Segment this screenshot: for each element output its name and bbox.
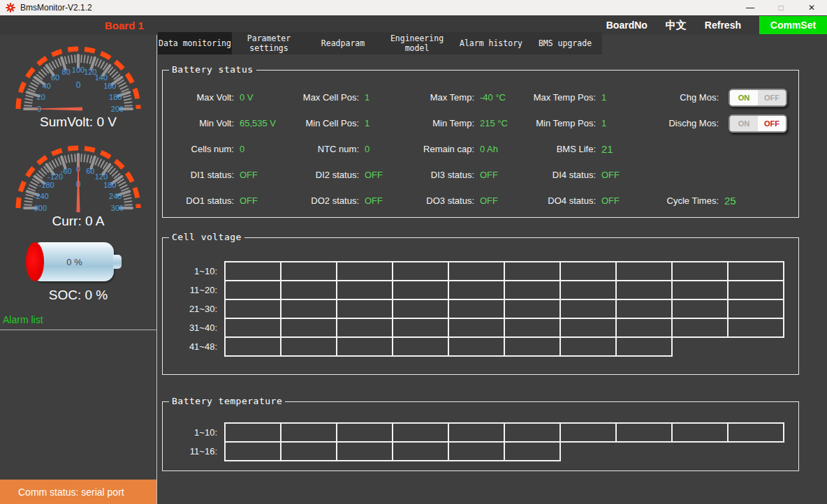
value-cell: [336, 441, 393, 461]
field-label: Min Temp Pos:: [525, 118, 596, 128]
value-cell: [392, 318, 449, 338]
value-cell: [727, 422, 784, 443]
value-cell: [671, 422, 729, 443]
battery-terminal: [113, 255, 122, 269]
value-cell: [615, 299, 673, 319]
value-cell: [336, 422, 393, 443]
field-value: 215 °C: [480, 118, 508, 128]
field-value: OFF: [601, 195, 620, 206]
field-label: Remain cap:: [420, 144, 474, 154]
field-value: 0 V: [240, 92, 254, 103]
toggle-on-label: ON: [730, 116, 758, 131]
sumvolt-caption: SumVolt: 0 V: [40, 114, 117, 130]
field-label: DO1 status:: [163, 195, 234, 206]
field-value: 1: [601, 92, 606, 103]
value-cell: [727, 299, 784, 319]
battery-percent-label: 0 %: [35, 242, 114, 282]
commset-button[interactable]: CommSet: [759, 16, 827, 34]
battery-status-group: Battery status Max Volt:0 V Max Cell Pos…: [162, 70, 799, 218]
toggle-off-label: OFF: [758, 116, 786, 131]
svg-text:60: 60: [51, 73, 59, 82]
svg-text:0: 0: [76, 80, 81, 90]
language-button[interactable]: 中文: [666, 19, 687, 32]
minimize-button[interactable]: —: [735, 0, 766, 15]
field-value: 0: [240, 144, 244, 154]
table-row: 41~48:: [163, 336, 798, 357]
tab-bms-upgrade[interactable]: BMS upgrade: [528, 32, 602, 54]
value-cell: [224, 280, 281, 300]
tab-engineering-model[interactable]: Engineering model: [380, 32, 454, 54]
close-button[interactable]: ✕: [796, 0, 827, 15]
value-cell: [559, 299, 617, 319]
row-label: 11~20:: [163, 280, 224, 300]
value-cell: [559, 422, 617, 443]
maximize-button[interactable]: □: [766, 0, 796, 15]
value-cell: [280, 299, 337, 319]
svg-text:100: 100: [72, 66, 85, 74]
svg-text:200: 200: [111, 105, 124, 113]
field-value: -40 °C: [480, 92, 506, 103]
svg-text:240: 240: [109, 192, 122, 200]
field-label: Max Temp Pos:: [525, 92, 596, 103]
table-row: 11~16:: [163, 441, 798, 461]
value-cell: [224, 299, 281, 319]
svg-text:120: 120: [95, 172, 108, 181]
sumvolt-gauge: 0204060801001201401601802000: [8, 40, 148, 114]
field-label: DO3 status:: [420, 195, 474, 206]
field-value: 0 Ah: [480, 144, 498, 154]
value-cell: [280, 422, 337, 443]
battery-status-title: Battery status: [169, 64, 256, 75]
table-row: 21~30:: [163, 299, 798, 319]
value-cell: [671, 280, 729, 300]
value-cell: [727, 280, 784, 300]
field-label: BMS Life:: [525, 144, 596, 154]
svg-text:20: 20: [37, 93, 45, 101]
chg-mos-toggle[interactable]: ON OFF: [729, 89, 787, 107]
field-value: 21: [601, 143, 613, 155]
value-cell: [392, 336, 449, 357]
svg-text:160: 160: [103, 82, 116, 90]
value-cell: [504, 318, 561, 338]
field-value: OFF: [240, 170, 258, 180]
value-cell: [392, 441, 449, 461]
tab-alarm-history[interactable]: Alarm history: [454, 32, 528, 54]
dischg-mos-toggle[interactable]: ON OFF: [729, 114, 787, 133]
value-cell: [336, 261, 393, 281]
value-cell: [671, 318, 729, 338]
svg-text:-60: -60: [61, 167, 72, 175]
tab-readparam[interactable]: Readparam: [306, 32, 380, 54]
battery-temperature-title: Battery temperature: [169, 396, 285, 406]
svg-text:140: 140: [95, 73, 108, 82]
field-value: OFF: [480, 195, 498, 206]
current-gauge: -300-240-180-120-600601201802403000: [8, 140, 148, 214]
value-cell: [392, 280, 449, 300]
value-cell: [504, 441, 561, 461]
app-window: BmsMonitor-V2.1.2 — □ ✕ Board 1 BoardNo …: [0, 0, 827, 504]
field-label: Max Volt:: [163, 92, 234, 103]
field-label: Cells num:: [163, 144, 234, 154]
value-cell: [392, 299, 449, 319]
value-cell: [448, 441, 505, 461]
tab-parameter-settings[interactable]: Parameter settings: [232, 32, 306, 54]
row-label: 1~10:: [163, 422, 224, 443]
value-cell: [224, 336, 281, 357]
value-cell: [559, 261, 617, 281]
value-cell: [504, 261, 561, 281]
field-label: Cycle Times:: [657, 195, 719, 206]
main-content: Battery status Max Volt:0 V Max Cell Pos…: [158, 54, 827, 504]
battery-icon: 0 %: [26, 242, 131, 282]
value-cell: [615, 280, 673, 300]
field-value: OFF: [601, 170, 620, 180]
field-value: 25: [724, 195, 736, 207]
svg-text:40: 40: [43, 82, 51, 90]
value-cell: [448, 261, 505, 281]
field-label: DI1 status:: [163, 170, 234, 180]
boardno-button[interactable]: BoardNo: [606, 20, 647, 31]
refresh-button[interactable]: Refresh: [705, 20, 741, 31]
svg-text:-240: -240: [34, 192, 49, 200]
tab-data-monitoring[interactable]: Data monitoring: [158, 32, 232, 54]
value-cell: [504, 280, 561, 300]
field-label: DI2 status:: [298, 170, 359, 180]
toggle-off-label: OFF: [758, 90, 786, 105]
field-value: OFF: [365, 195, 383, 206]
